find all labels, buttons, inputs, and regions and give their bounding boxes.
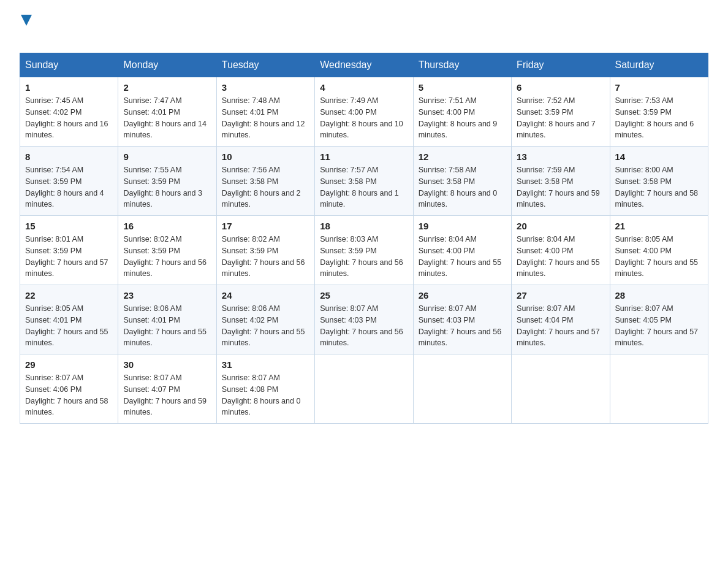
day-number: 20 (517, 221, 604, 231)
calendar-cell: 24 Sunrise: 8:06 AM Sunset: 4:02 PM Dayl… (216, 285, 314, 354)
calendar-cell: 8 Sunrise: 7:54 AM Sunset: 3:59 PM Dayli… (20, 147, 118, 216)
day-info: Sunrise: 8:07 AM Sunset: 4:05 PM Dayligh… (615, 303, 703, 349)
calendar-cell: 9 Sunrise: 7:55 AM Sunset: 3:59 PM Dayli… (118, 147, 216, 216)
calendar-cell (512, 354, 610, 424)
weekday-header-thursday: Thursday (413, 53, 511, 77)
day-info: Sunrise: 7:47 AM Sunset: 4:01 PM Dayligh… (123, 95, 211, 141)
day-info: Sunrise: 7:48 AM Sunset: 4:01 PM Dayligh… (222, 95, 309, 141)
day-number: 22 (25, 290, 113, 301)
day-info: Sunrise: 7:45 AM Sunset: 4:02 PM Dayligh… (25, 95, 113, 141)
day-number: 8 (25, 151, 113, 162)
day-number: 5 (419, 82, 506, 93)
calendar-cell: 26 Sunrise: 8:07 AM Sunset: 4:03 PM Dayl… (413, 285, 511, 354)
day-info: Sunrise: 8:05 AM Sunset: 4:01 PM Dayligh… (25, 303, 113, 349)
day-number: 23 (123, 290, 211, 301)
day-number: 11 (320, 151, 408, 162)
calendar-cell: 11 Sunrise: 7:57 AM Sunset: 3:58 PM Dayl… (315, 147, 413, 216)
calendar-cell: 15 Sunrise: 8:01 AM Sunset: 3:59 PM Dayl… (20, 216, 118, 285)
calendar-cell (413, 354, 511, 424)
day-number: 14 (615, 151, 703, 162)
day-info: Sunrise: 8:03 AM Sunset: 3:59 PM Dayligh… (320, 234, 408, 280)
day-number: 24 (222, 290, 309, 301)
day-info: Sunrise: 7:54 AM Sunset: 3:59 PM Dayligh… (25, 164, 113, 210)
calendar-cell: 13 Sunrise: 7:59 AM Sunset: 3:58 PM Dayl… (512, 147, 610, 216)
calendar-cell: 21 Sunrise: 8:05 AM Sunset: 4:00 PM Dayl… (610, 216, 708, 285)
calendar-cell: 27 Sunrise: 8:07 AM Sunset: 4:04 PM Dayl… (512, 285, 610, 354)
weekday-header-monday: Monday (118, 53, 216, 77)
calendar-table: SundayMondayTuesdayWednesdayThursdayFrid… (20, 53, 708, 424)
day-number: 17 (222, 221, 309, 231)
calendar-week-row: 29 Sunrise: 8:07 AM Sunset: 4:06 PM Dayl… (20, 354, 708, 424)
day-info: Sunrise: 8:05 AM Sunset: 4:00 PM Dayligh… (615, 234, 703, 280)
day-number: 16 (123, 221, 211, 231)
weekday-header-saturday: Saturday (610, 53, 708, 77)
calendar-cell: 18 Sunrise: 8:03 AM Sunset: 3:59 PM Dayl… (315, 216, 413, 285)
day-number: 1 (25, 82, 113, 93)
day-number: 2 (123, 82, 211, 93)
calendar-cell: 23 Sunrise: 8:06 AM Sunset: 4:01 PM Dayl… (118, 285, 216, 354)
day-info: Sunrise: 8:01 AM Sunset: 3:59 PM Dayligh… (25, 234, 113, 280)
calendar-cell: 25 Sunrise: 8:07 AM Sunset: 4:03 PM Dayl… (315, 285, 413, 354)
day-info: Sunrise: 7:52 AM Sunset: 3:59 PM Dayligh… (517, 95, 604, 141)
calendar-cell: 17 Sunrise: 8:02 AM Sunset: 3:59 PM Dayl… (216, 216, 314, 285)
day-number: 31 (222, 359, 309, 370)
day-number: 19 (419, 221, 506, 231)
day-info: Sunrise: 7:59 AM Sunset: 3:58 PM Dayligh… (517, 164, 604, 210)
day-info: Sunrise: 7:53 AM Sunset: 3:59 PM Dayligh… (615, 95, 703, 141)
day-number: 12 (419, 151, 506, 162)
calendar-cell: 10 Sunrise: 7:56 AM Sunset: 3:58 PM Dayl… (216, 147, 314, 216)
day-number: 27 (517, 290, 604, 301)
day-info: Sunrise: 8:06 AM Sunset: 4:02 PM Dayligh… (222, 303, 309, 349)
calendar-week-row: 15 Sunrise: 8:01 AM Sunset: 3:59 PM Dayl… (20, 216, 708, 285)
day-info: Sunrise: 8:04 AM Sunset: 4:00 PM Dayligh… (419, 234, 506, 280)
calendar-cell: 4 Sunrise: 7:49 AM Sunset: 4:00 PM Dayli… (315, 77, 413, 147)
svg-marker-0 (21, 15, 32, 26)
day-number: 26 (419, 290, 506, 301)
weekday-header-friday: Friday (512, 53, 610, 77)
logo (20, 15, 32, 40)
calendar-cell: 30 Sunrise: 8:07 AM Sunset: 4:07 PM Dayl… (118, 354, 216, 424)
day-info: Sunrise: 8:07 AM Sunset: 4:07 PM Dayligh… (123, 372, 211, 418)
day-info: Sunrise: 8:00 AM Sunset: 3:58 PM Dayligh… (615, 164, 703, 210)
logo-arrow-icon (21, 15, 32, 26)
calendar-cell: 28 Sunrise: 8:07 AM Sunset: 4:05 PM Dayl… (610, 285, 708, 354)
calendar-cell: 22 Sunrise: 8:05 AM Sunset: 4:01 PM Dayl… (20, 285, 118, 354)
day-info: Sunrise: 7:55 AM Sunset: 3:59 PM Dayligh… (123, 164, 211, 210)
day-info: Sunrise: 8:02 AM Sunset: 3:59 PM Dayligh… (222, 234, 309, 280)
day-number: 15 (25, 221, 113, 231)
calendar-week-row: 22 Sunrise: 8:05 AM Sunset: 4:01 PM Dayl… (20, 285, 708, 354)
calendar-body: 1 Sunrise: 7:45 AM Sunset: 4:02 PM Dayli… (20, 77, 708, 424)
calendar-cell: 5 Sunrise: 7:51 AM Sunset: 4:00 PM Dayli… (413, 77, 511, 147)
calendar-week-row: 8 Sunrise: 7:54 AM Sunset: 3:59 PM Dayli… (20, 147, 708, 216)
day-info: Sunrise: 8:07 AM Sunset: 4:03 PM Dayligh… (320, 303, 408, 349)
day-info: Sunrise: 8:07 AM Sunset: 4:03 PM Dayligh… (419, 303, 506, 349)
weekday-header-wednesday: Wednesday (315, 53, 413, 77)
day-info: Sunrise: 7:49 AM Sunset: 4:00 PM Dayligh… (320, 95, 408, 141)
weekday-header-row: SundayMondayTuesdayWednesdayThursdayFrid… (20, 53, 708, 77)
day-number: 3 (222, 82, 309, 93)
calendar-cell: 31 Sunrise: 8:07 AM Sunset: 4:08 PM Dayl… (216, 354, 314, 424)
day-number: 29 (25, 359, 113, 370)
calendar-cell: 12 Sunrise: 7:58 AM Sunset: 3:58 PM Dayl… (413, 147, 511, 216)
calendar-cell: 29 Sunrise: 8:07 AM Sunset: 4:06 PM Dayl… (20, 354, 118, 424)
day-info: Sunrise: 7:51 AM Sunset: 4:00 PM Dayligh… (419, 95, 506, 141)
calendar-cell: 6 Sunrise: 7:52 AM Sunset: 3:59 PM Dayli… (512, 77, 610, 147)
calendar-cell: 16 Sunrise: 8:02 AM Sunset: 3:59 PM Dayl… (118, 216, 216, 285)
day-info: Sunrise: 8:06 AM Sunset: 4:01 PM Dayligh… (123, 303, 211, 349)
day-number: 30 (123, 359, 211, 370)
calendar-cell: 19 Sunrise: 8:04 AM Sunset: 4:00 PM Dayl… (413, 216, 511, 285)
calendar-cell: 14 Sunrise: 8:00 AM Sunset: 3:58 PM Dayl… (610, 147, 708, 216)
calendar-cell (315, 354, 413, 424)
weekday-header-sunday: Sunday (20, 53, 118, 77)
calendar-cell: 7 Sunrise: 7:53 AM Sunset: 3:59 PM Dayli… (610, 77, 708, 147)
calendar-week-row: 1 Sunrise: 7:45 AM Sunset: 4:02 PM Dayli… (20, 77, 708, 147)
day-info: Sunrise: 8:07 AM Sunset: 4:06 PM Dayligh… (25, 372, 113, 418)
day-info: Sunrise: 7:57 AM Sunset: 3:58 PM Dayligh… (320, 164, 408, 210)
day-number: 28 (615, 290, 703, 301)
day-info: Sunrise: 8:07 AM Sunset: 4:08 PM Dayligh… (222, 372, 309, 418)
day-info: Sunrise: 8:04 AM Sunset: 4:00 PM Dayligh… (517, 234, 604, 280)
calendar-cell: 1 Sunrise: 7:45 AM Sunset: 4:02 PM Dayli… (20, 77, 118, 147)
day-info: Sunrise: 7:56 AM Sunset: 3:58 PM Dayligh… (222, 164, 309, 210)
day-number: 10 (222, 151, 309, 162)
calendar-cell: 20 Sunrise: 8:04 AM Sunset: 4:00 PM Dayl… (512, 216, 610, 285)
